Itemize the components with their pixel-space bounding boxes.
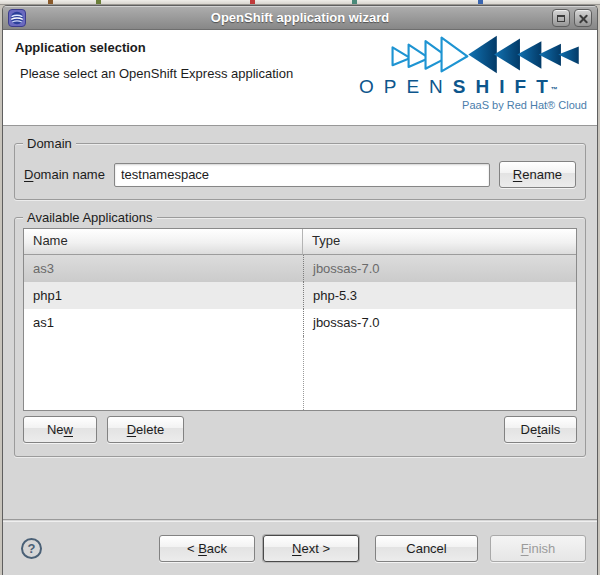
openshift-flags-icon bbox=[389, 32, 585, 77]
details-button[interactable]: Details bbox=[504, 416, 577, 443]
table-row[interactable]: php1 php-5.3 bbox=[24, 282, 576, 309]
logo-tagline: PaaS by Red Hat® Cloud bbox=[357, 99, 589, 111]
delete-button[interactable]: Delete bbox=[107, 416, 184, 443]
table-row[interactable]: as3 jbossas-7.0 bbox=[24, 255, 576, 282]
close-icon bbox=[579, 14, 588, 23]
domain-group: Domain Domain name Rename bbox=[14, 143, 586, 200]
available-applications-group: Available Applications Name Type as3 jbo… bbox=[14, 217, 586, 457]
next-button[interactable]: Next > bbox=[263, 535, 359, 562]
back-button[interactable]: < Back bbox=[159, 535, 255, 562]
app-type-cell: jbossas-7.0 bbox=[303, 309, 576, 336]
cancel-button[interactable]: Cancel bbox=[375, 535, 478, 562]
column-header-type[interactable]: Type bbox=[303, 229, 576, 255]
domain-name-input[interactable] bbox=[114, 163, 490, 187]
wizard-header: Application selection Please select an O… bbox=[3, 30, 597, 126]
app-type-cell: jbossas-7.0 bbox=[303, 255, 576, 282]
app-name-cell: php1 bbox=[24, 282, 303, 309]
openshift-wordmark: OPENSHIFT™ bbox=[357, 77, 589, 96]
help-button[interactable]: ? bbox=[21, 538, 42, 559]
close-button[interactable] bbox=[574, 9, 592, 27]
button-bar: ? < Back Next > Cancel Finish bbox=[3, 521, 597, 575]
table-header: Name Type bbox=[24, 229, 576, 255]
column-header-name[interactable]: Name bbox=[24, 229, 303, 255]
app-type-cell: php-5.3 bbox=[303, 282, 576, 309]
applications-table: Name Type as3 jbossas-7.0 php1 php-5.3 a… bbox=[23, 228, 577, 411]
rename-button[interactable]: Rename bbox=[499, 161, 576, 188]
eclipse-app-icon bbox=[8, 9, 26, 27]
finish-button[interactable]: Finish bbox=[490, 535, 586, 562]
maximize-icon bbox=[557, 15, 565, 22]
applications-group-legend: Available Applications bbox=[23, 210, 157, 225]
window-title: OpenShift application wizard bbox=[211, 10, 389, 25]
wizard-body: Domain Domain name Rename Available Appl… bbox=[3, 126, 597, 575]
title-bar[interactable]: OpenShift application wizard bbox=[3, 6, 597, 30]
app-name-cell: as1 bbox=[24, 309, 303, 336]
page-title: Application selection bbox=[15, 40, 146, 55]
table-row[interactable]: as1 jbossas-7.0 bbox=[24, 309, 576, 336]
page-subtitle: Please select an OpenShift Express appli… bbox=[20, 66, 293, 81]
wizard-dialog: OpenShift application wizard Application… bbox=[2, 5, 598, 575]
maximize-button[interactable] bbox=[552, 9, 570, 27]
domain-name-label: Domain name bbox=[24, 167, 105, 182]
app-name-cell: as3 bbox=[24, 255, 303, 282]
domain-group-legend: Domain bbox=[23, 136, 76, 151]
openshift-logo: OPENSHIFT™ PaaS by Red Hat® Cloud bbox=[357, 32, 589, 111]
table-empty-area bbox=[24, 336, 576, 410]
new-button[interactable]: New bbox=[23, 416, 97, 443]
